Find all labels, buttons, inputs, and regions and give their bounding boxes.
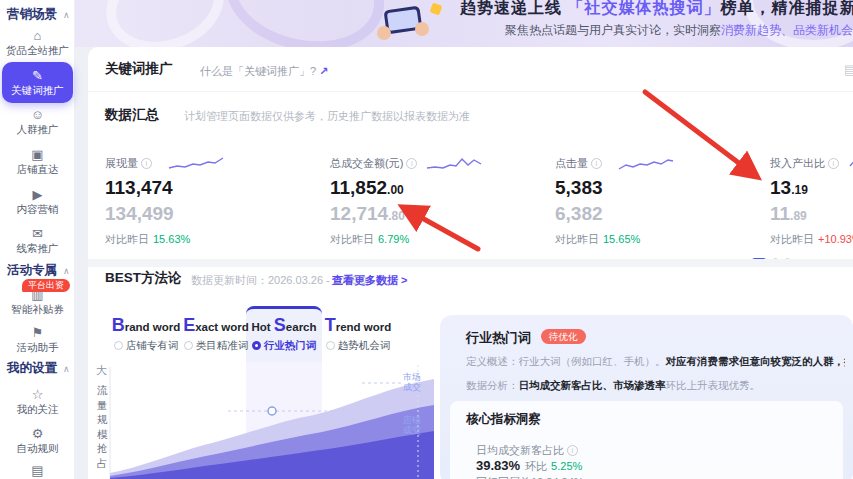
platform-funded-badge: 平台出资 <box>22 279 70 292</box>
sidebar-item-label: 活动助手 <box>0 340 75 354</box>
change-value: 15.63% <box>153 233 190 245</box>
flag-icon: ⚑ <box>0 325 75 340</box>
sidebar-section-activity-label: 活动专属 <box>7 263 57 277</box>
banner-headline-suffix: 榜单，精准捕捉新机 <box>720 0 853 16</box>
banner-headline: 趋势速递上线 「社交媒体热搜词」榜单，精准捕捉新机 <box>460 0 853 19</box>
tab-english-label: Hot Search <box>248 315 320 336</box>
header-more-icon[interactable]: ▤ <box>844 62 853 77</box>
radio-icon[interactable] <box>326 341 335 350</box>
sidebar-item-audience-promotion[interactable]: ☺ 人群推广 <box>0 107 75 136</box>
external-link-icon[interactable]: ↗ <box>319 65 328 77</box>
sidebar-section-marketing[interactable]: 营销场景∧ <box>7 6 73 23</box>
sidebar-item-my-follows[interactable]: ☆ 我的关注 <box>0 387 75 416</box>
sparkline-chart <box>617 155 675 171</box>
sidebar-item-lead-promotion[interactable]: ✉ 线索推广 <box>0 226 75 255</box>
radio-selected-icon[interactable] <box>252 341 261 350</box>
info-icon[interactable]: i <box>141 158 152 169</box>
metric-gmv[interactable]: 总成交金额(元)i 11,852.00 12,714.80 对比昨日6.79% <box>330 153 550 247</box>
sidebar-item-batch-operation-log[interactable]: ▤ 批量操作记录 <box>0 463 75 479</box>
tab-exact-word[interactable]: Exact word 类目精准词 <box>180 315 252 353</box>
banner-illustration <box>367 2 447 45</box>
summary-note: 计划管理页面数据仅供参考，历史推广数据以报表数据为准 <box>184 109 470 124</box>
person-icon: ☺ <box>0 107 75 122</box>
sidebar-item-activity-assistant[interactable]: ⚑ 活动助手 <box>0 325 75 354</box>
card-icon: ✉ <box>0 226 75 241</box>
store-icon: ⌂ <box>0 28 75 43</box>
shop-icon: ▣ <box>0 147 75 162</box>
sidebar-section-settings[interactable]: 我的设置∧ <box>7 360 73 377</box>
banner-subline-highlight: 消费新趋势、品类新机会 <box>721 23 853 37</box>
sidebar-item-label: 智能补贴券 <box>0 302 75 316</box>
chevron-up-icon[interactable]: ∧ <box>63 266 70 276</box>
metric-prev-value: 12,714.80 <box>330 203 550 225</box>
promo-banner[interactable]: 趋势速递上线 「社交媒体热搜词」榜单，精准捕捉新机 聚焦热点话题与用户真实讨论，… <box>75 0 853 47</box>
metric-compare: 对比昨日15.63% <box>105 232 325 247</box>
sidebar: 营销场景∧ ⌂ 货品全站推广 ✎ 关键词推广 ☺ 人群推广 ▣ 店铺直达 ▶ 内… <box>0 0 75 479</box>
tab-cn-label: 行业热门词 <box>248 339 320 353</box>
banner-decor-swirl <box>94 0 236 47</box>
hand-illustration <box>377 26 391 40</box>
help-link-text: 什么是「关键词推广」? <box>200 65 316 77</box>
metric-value: 13.19 <box>770 177 853 199</box>
tab-cn-label: 类目精准词 <box>180 339 252 353</box>
star-icon: ☆ <box>0 387 75 402</box>
spark-icon <box>430 3 443 16</box>
sidebar-item-content-marketing[interactable]: ▶ 内容营销 <box>0 187 75 216</box>
sidebar-item-label: 自动规则 <box>0 441 75 455</box>
metric-prev-value: 134,499 <box>105 203 325 225</box>
banner-headline-prefix: 趋势速递上线 <box>460 0 567 16</box>
sidebar-item-keyword-promotion[interactable]: ✎ 关键词推广 <box>2 62 73 103</box>
tab-english-label: Exact word <box>180 315 252 336</box>
banner-subline-prefix: 聚焦热点话题与用户真实讨论，实时洞察 <box>505 23 721 37</box>
chevron-up-icon[interactable]: ∧ <box>63 364 70 374</box>
to-optimize-badge: 待优化 <box>541 329 586 344</box>
sidebar-item-label: 线索推广 <box>0 241 75 255</box>
help-link[interactable]: 什么是「关键词推广」?↗ <box>200 64 328 79</box>
banner-headline-highlight: 「社交媒体热搜词」 <box>567 0 720 16</box>
core-metrics-card: 核心指标洞察 日均成交新客占比i 39.83%环比5.25% 同行同层前10 3… <box>450 401 843 479</box>
industry-hot-word-panel: 行业热门词 待优化 定义概述：行业大词（例如口红、手机）。对应有消费需求但意向较… <box>440 315 853 479</box>
info-icon[interactable]: i <box>591 158 602 169</box>
sidebar-section-marketing-label: 营销场景 <box>7 7 57 21</box>
metric-roi[interactable]: 投入产出比i 13.19 11.89 对比昨日+10.93% <box>770 153 853 247</box>
sidebar-item-full-site-promotion[interactable]: ⌂ 货品全站推广 <box>0 28 75 57</box>
view-more-data-link[interactable]: 查看更多数据 > <box>332 273 407 288</box>
sidebar-item-label: 货品全站推广 <box>0 43 75 57</box>
tab-hot-search[interactable]: Hot Search 行业热门词 <box>248 315 320 353</box>
info-icon[interactable]: i <box>567 445 578 456</box>
pen-icon: ✎ <box>2 68 73 83</box>
core-metric-label: 日均成交新客占比i <box>476 443 578 458</box>
chart-annotation-market: 市场成交 <box>403 372 421 392</box>
tab-english-label: Brand word <box>110 315 182 336</box>
play-icon: ▶ <box>0 187 75 202</box>
info-icon[interactable]: i <box>828 158 839 169</box>
best-title: BEST方法论 <box>105 269 182 287</box>
metric-label: 总成交金额(元) <box>330 157 403 169</box>
metric-label: 投入产出比 <box>770 157 825 169</box>
info-icon[interactable]: i <box>406 158 417 169</box>
chevron-up-icon[interactable]: ∧ <box>63 10 70 20</box>
tab-brand-word[interactable]: Brand word 店铺专有词 <box>110 315 182 353</box>
gear-icon: ⚙ <box>0 426 75 441</box>
tab-trend-word[interactable]: Trend word 趋势机会词 <box>322 315 394 353</box>
metric-clicks[interactable]: 点击量i 5,383 6,382 对比昨日15.65% <box>555 153 775 247</box>
chart-annotation-shop: 店铺成交 <box>403 415 421 435</box>
sidebar-item-label: 关键词推广 <box>2 83 73 97</box>
header-divider <box>88 91 853 92</box>
metric-impressions[interactable]: 展现量i 113,474 134,499 对比昨日15.63% <box>105 153 325 247</box>
radio-icon[interactable] <box>114 341 123 350</box>
metric-compare: 对比昨日6.79% <box>330 232 550 247</box>
traffic-area-chart <box>100 365 434 479</box>
main-content: 关键词推广 什么是「关键词推广」?↗ ▤ 数据汇总 计划管理页面数据仅供参考，历… <box>88 47 853 479</box>
radio-icon[interactable] <box>184 341 193 350</box>
analysis-line: 数据分析：日均成交新客占比、市场渗透率环比上升表现优秀。 <box>466 379 845 393</box>
sidebar-item-shop-direct[interactable]: ▣ 店铺直达 <box>0 147 75 176</box>
change-value: +10.93% <box>818 233 853 245</box>
tab-cn-label: 店铺专有词 <box>110 339 182 353</box>
sidebar-item-auto-rules[interactable]: ⚙ 自动规则 <box>0 426 75 455</box>
core-metric-value: 39.83%环比5.25% <box>476 458 582 474</box>
sidebar-section-activity[interactable]: 活动专属∧ <box>7 262 73 279</box>
sparkline-chart <box>848 155 853 171</box>
metric-value: 5,383 <box>555 177 775 199</box>
sparkline-chart <box>167 155 225 171</box>
